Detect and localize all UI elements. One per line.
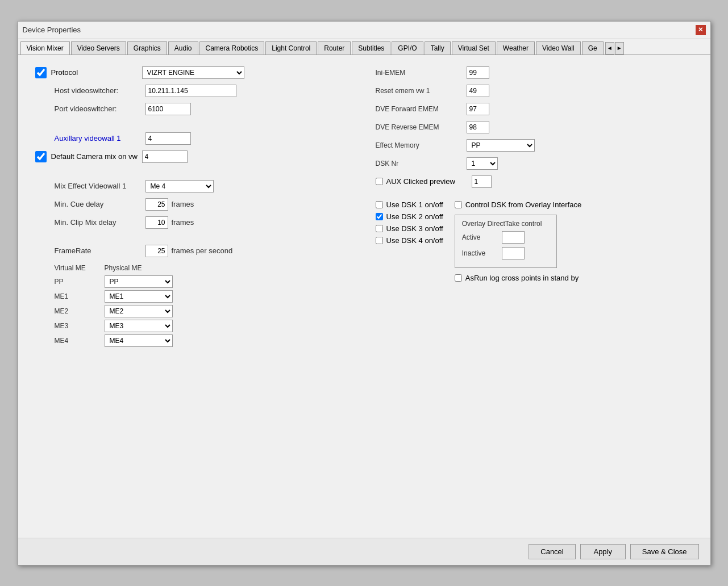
dsk-nr-label: DSK Nr bbox=[376, 160, 467, 168]
min-clip-frames: frames bbox=[172, 218, 194, 227]
control-dsk-label: Control DSK from Overlay Interface bbox=[465, 200, 581, 209]
vp-row-pp-label: PP bbox=[55, 275, 100, 288]
virtual-me-header: Virtual ME bbox=[55, 264, 100, 273]
apply-button[interactable]: Apply bbox=[580, 544, 626, 559]
tab-gpio[interactable]: GPI/O bbox=[392, 41, 423, 55]
active-label: Active bbox=[462, 233, 502, 241]
aux-input[interactable] bbox=[145, 132, 191, 145]
tab-scroll-left[interactable]: ◄ bbox=[605, 42, 614, 55]
mix-effect-select[interactable]: Me 1 Me 2 Me 3 Me 4 bbox=[145, 180, 214, 192]
tab-tally[interactable]: Tally bbox=[425, 41, 451, 55]
use-dsk2-checkbox[interactable] bbox=[376, 213, 383, 220]
use-dsk3-label: Use DSK 3 on/off bbox=[386, 224, 443, 233]
vp-select-me3[interactable]: PPME1ME2ME3ME4 bbox=[105, 320, 173, 332]
inactive-label: Inactive bbox=[462, 249, 502, 257]
mix-effect-label: Mix Effect Videowall 1 bbox=[55, 182, 145, 190]
tab-subtitles[interactable]: Subtitles bbox=[352, 41, 390, 55]
tab-light-control[interactable]: Light Control bbox=[265, 41, 317, 55]
reset-emem-label: Reset emem vw 1 bbox=[376, 87, 467, 95]
virtual-physical-section: Virtual ME Physical ME PP PPME1ME2ME3ME4… bbox=[55, 264, 353, 347]
tab-video-wall[interactable]: Video Wall bbox=[536, 41, 581, 55]
min-clip-label: Min. Clip Mix delay bbox=[55, 218, 145, 227]
use-dsk3-row: Use DSK 3 on/off bbox=[376, 224, 443, 233]
dve-forward-row: DVE Forward EMEM bbox=[376, 103, 693, 115]
dve-reverse-input[interactable] bbox=[467, 121, 489, 133]
vp-select-me2[interactable]: PPME1ME2ME3ME4 bbox=[105, 305, 173, 317]
vp-row-me4-label: ME4 bbox=[55, 334, 100, 347]
vp-row-me1-label: ME1 bbox=[55, 290, 100, 303]
ini-emem-input[interactable] bbox=[467, 66, 489, 79]
content-area: Protocol VIZRT ENGINE ROSS ACUITY BLACKM… bbox=[18, 55, 710, 538]
asrun-checkbox[interactable] bbox=[455, 274, 462, 282]
reset-emem-row: Reset emem vw 1 bbox=[376, 85, 693, 97]
min-cue-row: Min. Cue delay frames bbox=[55, 198, 353, 211]
window-title: Device Properties bbox=[23, 26, 81, 34]
tab-video-servers[interactable]: Video Servers bbox=[71, 41, 126, 55]
dsk-checkboxes: Use DSK 1 on/off Use DSK 2 on/off Use DS… bbox=[376, 200, 443, 282]
framerate-label: FrameRate bbox=[55, 246, 145, 255]
asrun-label: AsRun log cross points in stand by bbox=[465, 274, 579, 282]
close-button[interactable]: ✕ bbox=[696, 25, 706, 35]
aux-clicked-row: AUX Clicked preview bbox=[376, 175, 693, 188]
tab-camera-robotics[interactable]: Camera Robotics bbox=[199, 41, 265, 55]
protocol-checkbox[interactable] bbox=[35, 67, 47, 78]
vp-row-me3-label: ME3 bbox=[55, 320, 100, 332]
active-row: Active bbox=[462, 231, 550, 244]
min-cue-frames: frames bbox=[172, 200, 194, 208]
dve-forward-input[interactable] bbox=[467, 103, 489, 115]
framerate-row: FrameRate frames per second bbox=[55, 245, 353, 257]
vp-select-me4[interactable]: PPME1ME2ME3ME4 bbox=[105, 334, 173, 347]
vp-select-me1[interactable]: PPME1ME2ME3ME4 bbox=[105, 290, 173, 303]
asrun-row: AsRun log cross points in stand by bbox=[455, 274, 581, 282]
protocol-select[interactable]: VIZRT ENGINE ROSS ACUITY BLACKMAGIC ATEM… bbox=[142, 66, 244, 79]
use-dsk1-label: Use DSK 1 on/off bbox=[386, 200, 443, 209]
tab-vision-mixer[interactable]: Vision Mixer bbox=[20, 41, 70, 55]
physical-me-header: Physical ME bbox=[105, 264, 184, 273]
control-dsk-section: Control DSK from Overlay Interface Overl… bbox=[455, 200, 581, 282]
port-label: Port videoswitcher: bbox=[55, 104, 145, 113]
port-input[interactable] bbox=[145, 103, 191, 115]
tab-ge[interactable]: Ge bbox=[582, 41, 604, 55]
cancel-button[interactable]: Cancel bbox=[529, 544, 575, 559]
dve-reverse-label: DVE Reverse EMEM bbox=[376, 123, 467, 131]
inactive-input[interactable] bbox=[502, 247, 525, 259]
use-dsk4-checkbox[interactable] bbox=[376, 237, 383, 244]
default-camera-input[interactable] bbox=[142, 150, 188, 163]
use-dsk1-checkbox[interactable] bbox=[376, 201, 383, 208]
tab-weather[interactable]: Weather bbox=[497, 41, 535, 55]
vp-select-pp[interactable]: PPME1ME2ME3ME4 bbox=[105, 275, 173, 288]
use-dsk3-checkbox[interactable] bbox=[376, 225, 383, 232]
use-dsk2-row: Use DSK 2 on/off bbox=[376, 212, 443, 221]
tab-bar: Vision Mixer Video Servers Graphics Audi… bbox=[18, 39, 710, 55]
control-dsk-checkbox[interactable] bbox=[455, 201, 462, 208]
dve-reverse-row: DVE Reverse EMEM bbox=[376, 121, 693, 133]
overlay-box: Overlay DirectTake control Active Inacti… bbox=[455, 215, 557, 268]
protocol-row: Protocol VIZRT ENGINE ROSS ACUITY BLACKM… bbox=[35, 66, 353, 79]
save-close-button[interactable]: Save & Close bbox=[630, 544, 699, 559]
min-cue-input[interactable] bbox=[145, 198, 168, 211]
left-panel: Protocol VIZRT ENGINE ROSS ACUITY BLACKM… bbox=[35, 66, 353, 347]
effect-memory-select[interactable]: PPME1ME2ME3 bbox=[467, 139, 535, 152]
use-dsk4-label: Use DSK 4 on/off bbox=[386, 236, 443, 245]
dsk-nr-select[interactable]: 1234 bbox=[467, 157, 498, 170]
use-dsk4-row: Use DSK 4 on/off bbox=[376, 236, 443, 245]
dve-forward-label: DVE Forward EMEM bbox=[376, 105, 467, 113]
aux-clicked-checkbox[interactable] bbox=[376, 178, 383, 185]
host-input[interactable] bbox=[145, 85, 236, 97]
dsk-nr-row: DSK Nr 1234 bbox=[376, 157, 693, 170]
aux-clicked-label: AUX Clicked preview bbox=[386, 177, 472, 186]
default-camera-checkbox[interactable] bbox=[35, 151, 47, 162]
min-clip-input[interactable] bbox=[145, 216, 168, 229]
tab-router[interactable]: Router bbox=[318, 41, 351, 55]
tab-audio[interactable]: Audio bbox=[168, 41, 198, 55]
tab-scroll-right[interactable]: ► bbox=[615, 42, 624, 55]
aux-label: Auxillary videowall 1 bbox=[55, 134, 145, 143]
ini-emem-label: Ini-EMEM bbox=[376, 69, 467, 77]
tab-graphics[interactable]: Graphics bbox=[127, 41, 167, 55]
mix-effect-row: Mix Effect Videowall 1 Me 1 Me 2 Me 3 Me… bbox=[55, 180, 353, 192]
framerate-input[interactable] bbox=[145, 245, 168, 257]
aux-clicked-input[interactable] bbox=[472, 175, 492, 188]
tab-virtual-set[interactable]: Virtual Set bbox=[452, 41, 496, 55]
active-input[interactable] bbox=[502, 231, 525, 244]
reset-emem-input[interactable] bbox=[467, 85, 489, 97]
